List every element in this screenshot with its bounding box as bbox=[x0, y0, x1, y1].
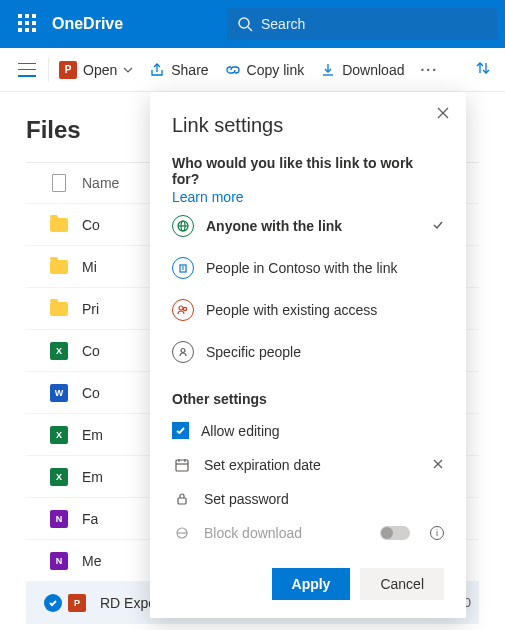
selection-check-icon[interactable] bbox=[44, 594, 62, 612]
setting-label: Allow editing bbox=[201, 423, 280, 439]
expiration-setting[interactable]: Set expiration date bbox=[172, 448, 444, 482]
svg-point-0 bbox=[239, 18, 249, 28]
column-name[interactable]: Name bbox=[82, 175, 119, 191]
scope-option-anyone[interactable]: Anyone with the link bbox=[172, 205, 444, 247]
copy-link-label: Copy link bbox=[247, 62, 305, 78]
file-name: Em bbox=[82, 427, 103, 443]
file-generic-icon bbox=[50, 174, 68, 192]
file-name: Co bbox=[82, 217, 100, 233]
share-label: Share bbox=[171, 62, 208, 78]
svg-rect-22 bbox=[178, 498, 186, 504]
one-icon: N bbox=[50, 510, 68, 528]
docx-icon: W bbox=[50, 384, 68, 402]
divider bbox=[48, 58, 49, 82]
panel-buttons: Apply Cancel bbox=[172, 568, 444, 600]
option-label: People in Contoso with the link bbox=[206, 260, 397, 276]
lock-icon bbox=[172, 492, 192, 506]
one-icon: N bbox=[50, 552, 68, 570]
app-launcher-icon[interactable] bbox=[18, 14, 38, 34]
building-icon bbox=[172, 257, 194, 279]
download-label: Download bbox=[342, 62, 404, 78]
link-settings-panel: Link settings Who would you like this li… bbox=[150, 92, 466, 618]
search-input[interactable]: Search bbox=[227, 8, 497, 40]
checkbox-checked-icon bbox=[172, 422, 189, 439]
powerpoint-file-icon: P bbox=[68, 594, 86, 612]
option-label: People with existing access bbox=[206, 302, 377, 318]
chevron-down-icon bbox=[123, 65, 133, 75]
sort-button[interactable] bbox=[475, 60, 497, 79]
scope-option-specific[interactable]: Specific people bbox=[172, 331, 444, 373]
close-icon bbox=[436, 106, 450, 120]
brand-name: OneDrive bbox=[52, 15, 123, 33]
xls-icon: X bbox=[50, 342, 68, 360]
clear-expiration-button[interactable] bbox=[432, 457, 444, 473]
info-icon[interactable]: i bbox=[430, 526, 444, 540]
apply-button[interactable]: Apply bbox=[272, 568, 351, 600]
scope-option-existing[interactable]: People with existing access bbox=[172, 289, 444, 331]
setting-label: Block download bbox=[204, 525, 302, 541]
xls-icon: X bbox=[50, 426, 68, 444]
people-icon bbox=[172, 299, 194, 321]
ellipsis-icon: ··· bbox=[420, 62, 438, 78]
folder-icon bbox=[50, 216, 68, 234]
nav-toggle-icon[interactable] bbox=[18, 63, 36, 77]
folder-icon bbox=[50, 258, 68, 276]
scope-question: Who would you like this link to work for… bbox=[172, 155, 444, 187]
svg-rect-16 bbox=[176, 460, 188, 471]
svg-point-13 bbox=[179, 306, 183, 310]
block-download-toggle bbox=[380, 526, 410, 540]
block-icon bbox=[172, 526, 192, 540]
password-setting[interactable]: Set password bbox=[172, 482, 444, 516]
share-icon bbox=[149, 62, 165, 78]
powerpoint-icon bbox=[59, 61, 77, 79]
open-button[interactable]: Open bbox=[51, 48, 141, 91]
file-name: Me bbox=[82, 553, 101, 569]
other-settings-heading: Other settings bbox=[172, 391, 444, 407]
link-icon bbox=[225, 62, 241, 78]
search-placeholder: Search bbox=[261, 16, 305, 32]
person-icon bbox=[172, 341, 194, 363]
learn-more-link[interactable]: Learn more bbox=[172, 189, 444, 205]
svg-line-1 bbox=[248, 27, 252, 31]
more-commands-button[interactable]: ··· bbox=[412, 48, 446, 91]
panel-title: Link settings bbox=[172, 114, 444, 137]
option-label: Anyone with the link bbox=[206, 218, 342, 234]
command-bar: Open Share Copy link Download ··· bbox=[0, 48, 505, 92]
block-download-setting: Block download i bbox=[172, 516, 444, 550]
sort-icon bbox=[475, 60, 491, 76]
cancel-button[interactable]: Cancel bbox=[360, 568, 444, 600]
xls-icon: X bbox=[50, 468, 68, 486]
content-area: Files NameCoMiPriXCoWCoXEmXEmNFaNMe P RD… bbox=[0, 92, 505, 624]
download-icon bbox=[320, 62, 336, 78]
scope-option-org[interactable]: People in Contoso with the link bbox=[172, 247, 444, 289]
globe-icon bbox=[172, 215, 194, 237]
calendar-icon bbox=[172, 457, 192, 473]
svg-point-14 bbox=[183, 307, 186, 310]
setting-label: Set expiration date bbox=[204, 457, 321, 473]
check-icon bbox=[432, 218, 444, 234]
file-name: Pri bbox=[82, 301, 99, 317]
file-name: Co bbox=[82, 385, 100, 401]
allow-editing-toggle[interactable]: Allow editing bbox=[172, 413, 444, 448]
suite-header: OneDrive Search bbox=[0, 0, 505, 48]
setting-label: Set password bbox=[204, 491, 289, 507]
file-name: Co bbox=[82, 343, 100, 359]
share-button[interactable]: Share bbox=[141, 48, 216, 91]
copy-link-button[interactable]: Copy link bbox=[217, 48, 313, 91]
svg-point-15 bbox=[181, 349, 185, 353]
file-name: Mi bbox=[82, 259, 97, 275]
file-name: Fa bbox=[82, 511, 98, 527]
close-icon bbox=[432, 458, 444, 470]
folder-icon bbox=[50, 300, 68, 318]
file-name: Em bbox=[82, 469, 103, 485]
open-label: Open bbox=[83, 62, 117, 78]
download-button[interactable]: Download bbox=[312, 48, 412, 91]
close-button[interactable] bbox=[436, 106, 450, 124]
search-icon bbox=[237, 16, 253, 32]
option-label: Specific people bbox=[206, 344, 301, 360]
